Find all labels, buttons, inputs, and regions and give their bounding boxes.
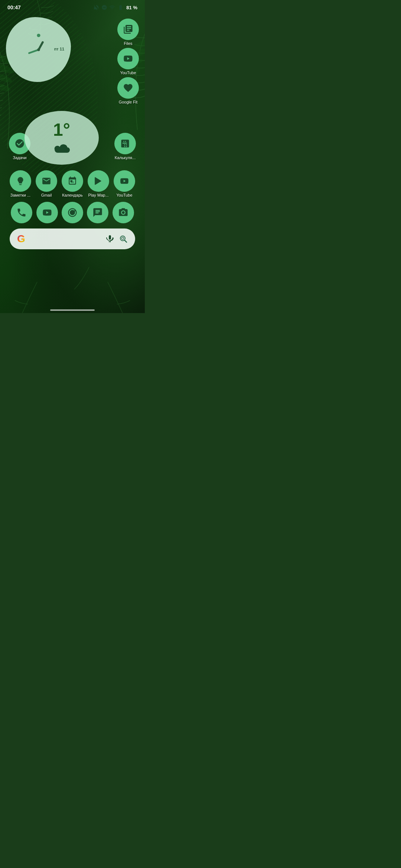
svg-line-15 xyxy=(125,240,127,243)
status-bar: 00:47 81 % xyxy=(0,0,145,13)
files-label: Files xyxy=(124,41,132,46)
svg-text:11: 11 xyxy=(71,181,74,183)
clock-face xyxy=(18,29,59,70)
youtube-dock-icon xyxy=(42,207,52,218)
gmail-app[interactable]: Gmail xyxy=(36,170,57,197)
youtube-row-label: YouTube xyxy=(116,193,132,197)
svg-line-10 xyxy=(29,50,39,53)
calendar-icon: 11 xyxy=(68,176,77,186)
weather-widget[interactable]: 1° xyxy=(25,111,99,165)
tasks-icon xyxy=(14,138,25,149)
search-right xyxy=(105,234,128,243)
right-sidebar-icons: Files YouTube xyxy=(117,17,139,104)
messages-dock[interactable] xyxy=(87,202,108,223)
microphone-icon[interactable] xyxy=(105,234,114,243)
svg-point-8 xyxy=(37,33,40,37)
files-app[interactable]: Files xyxy=(117,19,139,46)
gmail-icon xyxy=(42,176,51,186)
camera-dock[interactable] xyxy=(113,202,134,223)
youtube-row-icon xyxy=(120,176,129,186)
notes-label: Заметки ... xyxy=(10,193,30,197)
calendar-icon-circle: 11 xyxy=(62,170,83,192)
clock-widget[interactable]: пт 11 xyxy=(6,17,71,82)
app-row-1: Заметки ... Gmail 11 Кал xyxy=(6,170,139,197)
youtube-top-icon-circle xyxy=(117,48,139,69)
play-store-app[interactable]: Play Мар... xyxy=(88,170,109,197)
play-store-icon xyxy=(94,176,103,186)
phone-dock[interactable] xyxy=(11,202,32,223)
gmail-label: Gmail xyxy=(41,193,52,197)
lens-icon[interactable] xyxy=(119,234,128,243)
notes-icon-circle xyxy=(10,170,31,192)
gmail-icon-circle xyxy=(36,170,57,192)
search-bar[interactable]: G xyxy=(10,228,135,249)
calculator-app[interactable]: Калькуля... xyxy=(114,133,136,160)
bell-slash-icon xyxy=(94,4,100,10)
top-row: пт 11 Files xyxy=(6,17,139,104)
youtube-top-app[interactable]: YouTube xyxy=(117,48,139,75)
weather-condition xyxy=(52,142,72,155)
dnd-icon xyxy=(101,4,107,10)
svg-point-16 xyxy=(122,237,124,240)
bulb-icon xyxy=(16,176,25,186)
phone-icon xyxy=(16,207,27,218)
google-logo: G xyxy=(17,233,25,245)
status-icons: 81 % xyxy=(94,4,137,10)
youtube-row-icon-circle xyxy=(114,170,135,192)
youtube-dock[interactable] xyxy=(36,202,58,223)
chrome-icon xyxy=(67,207,78,218)
messages-icon xyxy=(92,207,103,218)
search-left: G xyxy=(17,233,25,245)
weather-temperature: 1° xyxy=(53,121,70,139)
wifi-icon xyxy=(109,4,115,10)
play-store-icon-circle xyxy=(88,170,109,192)
dock-row xyxy=(6,202,139,223)
chrome-dock[interactable] xyxy=(62,202,83,223)
notes-app[interactable]: Заметки ... xyxy=(10,170,31,197)
clock-day-label: пт 11 xyxy=(54,46,64,52)
home-indicator xyxy=(50,309,95,311)
status-time: 00:47 xyxy=(7,4,21,10)
calendar-app[interactable]: 11 Календарь xyxy=(62,170,83,197)
tasks-label: Задачи xyxy=(13,155,27,160)
google-fit-label: Google Fit xyxy=(119,100,138,104)
svg-point-11 xyxy=(37,48,40,51)
play-store-label: Play Мар... xyxy=(88,193,108,197)
calculator-icon-circle xyxy=(114,133,136,154)
files-icon xyxy=(123,24,133,34)
youtube-top-icon xyxy=(123,53,133,64)
fit-icon xyxy=(123,83,133,93)
calendar-label: Календарь xyxy=(62,193,83,197)
calculator-icon xyxy=(120,138,130,149)
battery-percent: 81 % xyxy=(126,5,137,10)
google-fit-app[interactable]: Google Fit xyxy=(117,77,139,104)
youtube-row-app[interactable]: YouTube xyxy=(114,170,135,197)
files-icon-circle xyxy=(117,19,139,40)
battery-icon xyxy=(117,4,124,10)
cloud-icon xyxy=(52,142,72,155)
calculator-label: Калькуля... xyxy=(115,155,136,160)
camera-icon xyxy=(118,207,128,218)
youtube-top-label: YouTube xyxy=(120,70,136,75)
google-fit-icon-circle xyxy=(117,77,139,99)
